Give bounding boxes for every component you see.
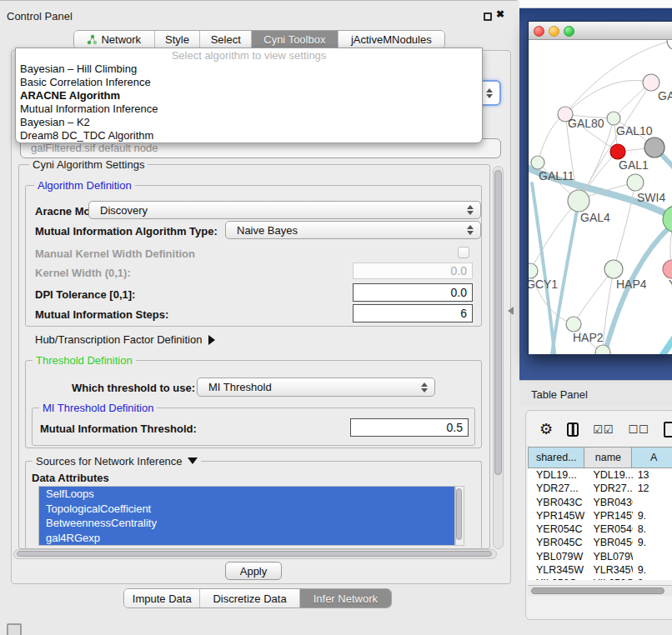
- tab-label: Select: [211, 33, 241, 46]
- settings-horizontal-scrollbar[interactable]: [13, 549, 497, 559]
- sources-group-header[interactable]: Sources for Network Inference: [33, 455, 201, 468]
- minimized-window-icon[interactable]: [7, 623, 22, 635]
- network-view-window[interactable]: GALGAL80GAL10GAL1GAL11SWI4GAL4GCY1HAP4YH…: [528, 21, 672, 354]
- network-node-hap2[interactable]: [566, 317, 581, 332]
- mi-threshold-value: 0.5: [447, 421, 463, 434]
- network-edge: [538, 114, 565, 162]
- tab-impute-data[interactable]: Impute Data: [124, 589, 200, 608]
- screen: Control Panel ✖ NetworkStyleSelectCyni T…: [0, 0, 672, 635]
- table-cell: YBR045C: [528, 536, 584, 549]
- table-row[interactable]: YBR043CYBR043C: [528, 496, 672, 509]
- table-cell: 12: [633, 482, 672, 495]
- tab-network[interactable]: Network: [74, 31, 155, 48]
- algorithm-option[interactable]: Dream8 DC_TDC Algorithm: [16, 129, 482, 142]
- attribute-list-item[interactable]: TopologicalCoefficient: [39, 502, 454, 517]
- data-attributes-list[interactable]: SelfLoopsTopologicalCoefficientBetweenne…: [38, 486, 455, 546]
- columns-icon[interactable]: [567, 422, 579, 437]
- table-row[interactable]: YBR045CYBR045C9.: [528, 536, 672, 549]
- network-tab-icon: [87, 34, 98, 45]
- control-panel-titlebar: [0, 0, 517, 20]
- table-row[interactable]: YDR27...YDR27...12: [528, 482, 672, 495]
- algorithm-option[interactable]: Basic Correlation Inference: [16, 76, 482, 89]
- table-horizontal-scrollbar[interactable]: [528, 585, 672, 596]
- close-icon[interactable]: ✖: [496, 8, 504, 20]
- column-header-a[interactable]: A: [632, 447, 672, 468]
- mi-threshold-field[interactable]: 0.5: [350, 418, 469, 437]
- algorithm-option[interactable]: ARACNE Algorithm: [16, 89, 482, 102]
- network-node-y[interactable]: [663, 260, 672, 278]
- minimize-traffic-light-icon[interactable]: [549, 26, 559, 37]
- table-row[interactable]: YBL079WYBL079W: [528, 550, 672, 563]
- which-threshold-combobox[interactable]: MI Threshold: [197, 378, 435, 397]
- table-cell: YPR145W: [584, 509, 632, 522]
- tab-jactivemnodules[interactable]: jActiveMNodules: [339, 31, 444, 48]
- table-row[interactable]: YER054CYER054C8.: [528, 522, 672, 536]
- network-node-gal1[interactable]: [610, 144, 625, 159]
- float-window-icon[interactable]: [484, 12, 492, 21]
- gear-icon[interactable]: ⚙: [539, 422, 553, 437]
- network-window-titlebar[interactable]: [529, 22, 672, 40]
- network-node[interactable]: [667, 40, 672, 50]
- table-panel-titlebar: Table Panel: [519, 380, 672, 407]
- tab-style[interactable]: Style: [155, 31, 201, 48]
- network-canvas[interactable]: GALGAL80GAL10GAL1GAL11SWI4GAL4GCY1HAP4YH…: [529, 40, 672, 354]
- table-cell: YBR043C: [584, 496, 632, 509]
- deselect-all-checkboxes-icon[interactable]: ☐☐: [628, 423, 649, 436]
- select-all-checkboxes-icon[interactable]: ☑☑: [593, 423, 614, 436]
- node-label: GCY1: [529, 278, 558, 291]
- table-row[interactable]: YPR145WYPR145W9.: [528, 509, 672, 522]
- close-traffic-light-icon[interactable]: [534, 26, 544, 37]
- network-node[interactable]: [644, 138, 664, 158]
- table-cell: YBL079W: [584, 550, 632, 563]
- zoom-traffic-light-icon[interactable]: [564, 26, 574, 37]
- kernel-width-field[interactable]: 0.0: [353, 262, 473, 279]
- tab-select[interactable]: Select: [200, 31, 252, 48]
- mi-steps-field[interactable]: 6: [353, 304, 473, 322]
- attribute-list-item[interactable]: gal4RGexp: [39, 531, 454, 546]
- network-node-gal4[interactable]: [568, 190, 589, 212]
- attribute-list-item[interactable]: SelfLoops: [39, 487, 454, 502]
- table-row[interactable]: YIL052CYIL052C9.: [528, 577, 672, 580]
- table-cell: YER054C: [584, 522, 632, 536]
- algorithm-option[interactable]: Bayesian – Hill Climbing: [16, 62, 482, 76]
- table-panel: ⚙ ☑☑ ☐☐ shared...nameA YDL19...YDL19...1…: [525, 410, 672, 620]
- dpi-tolerance-field[interactable]: 0.0: [353, 283, 473, 302]
- apply-button[interactable]: Apply: [225, 562, 282, 580]
- node-label: Y: [669, 278, 672, 291]
- manual-kernel-checkbox[interactable]: [458, 247, 469, 258]
- algorithm-option[interactable]: Mutual Information Inference: [16, 102, 482, 116]
- table-cell: YDL19...: [528, 468, 584, 482]
- column-header-shared[interactable]: shared...: [528, 447, 584, 468]
- table-cell: YDR27...: [584, 482, 632, 495]
- tab-cyni-toolbox[interactable]: Cyni Toolbox: [252, 31, 339, 48]
- network-node-gal11[interactable]: [531, 156, 544, 169]
- network-node-gal[interactable]: [643, 74, 659, 91]
- network-node-swi4[interactable]: [627, 174, 644, 191]
- table-row[interactable]: YLR345WYLR345W9.: [528, 563, 672, 577]
- table-cell: 13: [633, 468, 672, 482]
- table-cell: YBR045C: [584, 536, 632, 549]
- network-node-hap4[interactable]: [604, 260, 623, 278]
- export-table-icon[interactable]: [664, 422, 672, 438]
- hub-definition-expander[interactable]: Hub/Transcription Factor Definition: [35, 333, 215, 346]
- table-row[interactable]: YDL19...YDL19...13: [528, 468, 672, 482]
- network-node-gcy1[interactable]: [529, 263, 538, 278]
- splitter-collapse-icon[interactable]: [508, 307, 514, 315]
- tab-label: Impute Data: [133, 592, 192, 605]
- table-cell: YIL052C: [528, 577, 584, 580]
- algorithm-option[interactable]: Bayesian – K2: [16, 116, 482, 129]
- attributes-scrollbar[interactable]: [455, 486, 464, 546]
- tab-infer-network[interactable]: Infer Network: [300, 589, 391, 608]
- mi-threshold-group-title: MI Threshold Definition: [39, 402, 157, 414]
- attribute-list-item[interactable]: BetweennessCentrality: [39, 516, 454, 531]
- column-header-name[interactable]: name: [584, 447, 632, 468]
- tab-discretize-data[interactable]: Discretize Data: [200, 589, 299, 608]
- aracne-mode-combobox[interactable]: Discovery: [88, 201, 481, 219]
- node-label: HAP4: [616, 278, 647, 291]
- mi-type-combobox[interactable]: Naive Bayes: [225, 221, 481, 239]
- network-node-gal10[interactable]: [607, 112, 620, 125]
- node-label: GAL4: [580, 211, 610, 224]
- threshold-definition-title: Threshold Definition: [33, 354, 136, 367]
- node-label: SWI4: [637, 191, 665, 204]
- settings-vertical-scrollbar[interactable]: [493, 166, 504, 549]
